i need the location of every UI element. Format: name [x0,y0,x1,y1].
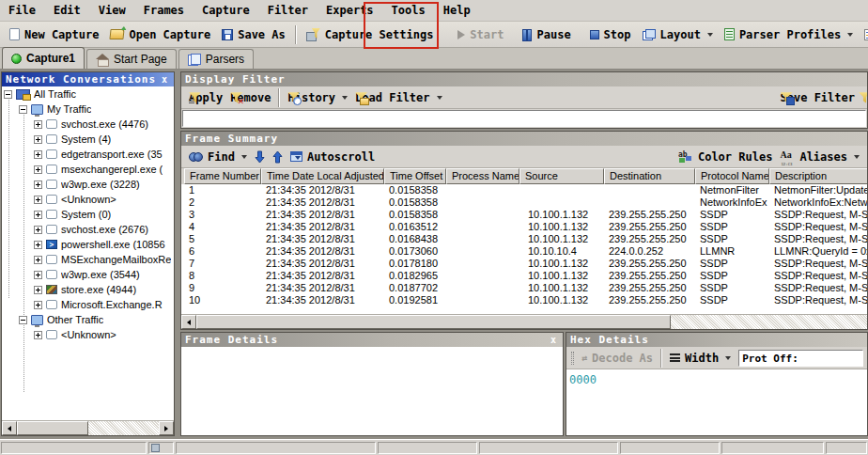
menu-capture[interactable]: Capture [196,1,256,20]
plus-expander-icon[interactable] [34,150,42,159]
tree-item[interactable]: MSExchangeMailboxRe [2,252,174,267]
plus-expander-icon[interactable] [34,196,42,204]
apply-filter-button[interactable]: Apply [185,89,226,106]
frame-row[interactable]: 521:34:35 2012/8/310.016843810.100.1.132… [184,233,867,245]
menu-filter[interactable]: Filter [262,1,314,20]
prot-off-field[interactable]: Prot Off: [738,350,863,367]
scroll-track[interactable] [88,421,159,435]
tree-item[interactable]: edgetransport.exe (35 [2,147,174,162]
tree-item[interactable]: All Traffic [2,86,174,102]
plus-expander-icon[interactable] [34,271,42,279]
plus-expander-icon[interactable] [34,211,42,219]
plus-expander-icon[interactable] [34,120,42,129]
history-button[interactable]: History [284,89,351,106]
column-header-description[interactable]: Description [769,168,868,184]
tree-item[interactable]: System (0) [2,207,174,222]
frame-row[interactable]: 1021:34:35 2012/8/310.019258110.100.1.13… [184,294,867,306]
minus-expander-icon[interactable] [19,316,27,324]
decode-as-button[interactable]: ⇄ Decode As [578,350,657,367]
find-button[interactable]: Find [185,149,251,165]
plus-expander-icon[interactable] [34,256,42,264]
menu-edit[interactable]: Edit [48,1,86,20]
autoscroll-button[interactable]: Autoscroll [287,149,379,165]
plus-expander-icon[interactable] [34,286,42,294]
menu-view[interactable]: View [93,1,132,20]
scroll-left-button[interactable] [181,315,196,329]
options-button[interactable]: Options [859,25,868,44]
column-header-frame-number[interactable]: Frame Number [184,168,261,184]
find-next-button[interactable] [251,149,269,165]
frame-row[interactable]: 421:34:35 2012/8/310.016351210.100.1.132… [184,221,867,233]
minus-expander-icon[interactable] [19,105,27,114]
layout-button[interactable]: Layout [637,25,719,44]
column-header-time-date-local-adjusted[interactable]: Time Date Local Adjusted [261,168,384,184]
minus-expander-icon[interactable] [4,90,12,99]
plus-expander-icon[interactable] [34,226,42,234]
tree-item[interactable]: My Traffic [2,102,174,117]
menu-tools[interactable]: Tools [386,1,431,20]
start-button[interactable]: Start [452,25,509,44]
menu-help[interactable]: Help [438,1,476,20]
stop-button[interactable]: Stop [584,25,637,44]
save-as-button[interactable]: Save As [216,25,291,44]
pause-button[interactable]: Pause [517,25,576,44]
scroll-thumb[interactable] [17,421,88,435]
remove-filter-button[interactable]: Remove [226,89,274,106]
scroll-track[interactable] [671,315,867,329]
menu-frames[interactable]: Frames [138,1,190,20]
tree-item[interactable]: w3wp.exe (3544) [2,267,174,282]
tab-capture1[interactable]: Capture1 [2,47,85,69]
plus-expander-icon[interactable] [34,241,42,249]
plus-expander-icon[interactable] [34,165,42,174]
frame-row[interactable]: 321:34:35 2012/8/310.015835810.100.1.132… [184,209,867,221]
frame-row[interactable]: 921:34:35 2012/8/310.018770210.100.1.132… [184,282,867,294]
frame-row[interactable]: 621:34:35 2012/8/310.017306010.10.10.422… [184,245,867,258]
column-header-time-offset[interactable]: Time Offset [384,168,446,184]
plus-expander-icon[interactable] [34,135,42,144]
column-header-destination[interactable]: Destination [604,168,695,184]
scroll-left-button[interactable] [2,421,17,435]
close-icon[interactable]: x [549,335,559,345]
column-header-process-name[interactable]: Process Name [446,168,519,184]
tree-item[interactable]: powershell.exe (10856 [2,237,174,252]
frame-row[interactable]: 221:34:35 2012/8/310.0158358NetworkInfoE… [184,196,867,209]
frame-summary-horizontal-scrollbar[interactable] [181,314,867,329]
tab-parsers[interactable]: Parsers [178,49,254,69]
plus-expander-icon[interactable] [34,331,42,339]
scroll-thumb[interactable] [196,315,671,329]
frame-row[interactable]: 821:34:35 2012/8/310.018296510.100.1.132… [184,270,867,282]
scroll-right-button[interactable] [159,421,174,435]
tree-item[interactable]: Other Traffic [2,312,174,327]
tree-item[interactable]: svchost.exe (4476) [2,117,174,132]
frame-row[interactable]: 721:34:35 2012/8/310.017818010.100.1.132… [184,258,867,270]
find-previous-button[interactable] [269,149,287,165]
display-filter-input[interactable] [182,110,866,127]
tab-start-page[interactable]: Start Page [86,49,177,69]
load-filter-button[interactable]: Load Filter [351,89,445,106]
tree-item[interactable]: <Unknown> [2,327,174,342]
menu-experts[interactable]: Experts [320,1,380,20]
new-capture-button[interactable]: New Capture [4,25,104,44]
aliases-button[interactable]: Aliases [776,149,863,165]
width-button[interactable]: Width [666,350,735,367]
menu-file[interactable]: File [3,1,41,20]
frame-row[interactable]: 121:34:35 2012/8/310.0158358NetmonFilter… [184,184,867,196]
tree-item[interactable]: store.exe (4944) [2,282,174,297]
open-capture-button[interactable]: Open Capture [104,25,216,44]
tree-item[interactable]: System (4) [2,132,174,147]
parser-profiles-button[interactable]: Parser Profiles [719,25,859,44]
column-header-source[interactable]: Source [519,168,604,184]
save-filter-button[interactable]: Save Filter [777,89,859,106]
tree-item[interactable]: msexchangerepl.exe ( [2,162,174,177]
plus-expander-icon[interactable] [34,180,42,189]
close-icon[interactable]: x [160,74,170,85]
tree-item[interactable]: svchost.exe (2676) [2,222,174,237]
capture-settings-button[interactable]: Capture Settings [301,25,440,44]
tree-item[interactable]: Microsoft.Exchange.R [2,297,174,312]
color-rules-button[interactable]: Color Rules [674,149,776,165]
column-header-protocol-name[interactable]: Protocol Name [695,168,769,184]
tree-horizontal-scrollbar[interactable] [2,420,174,435]
tree-item[interactable]: w3wp.exe (3228) [2,177,174,192]
tree-item[interactable]: <Unknown> [2,192,174,207]
plus-expander-icon[interactable] [34,301,42,309]
